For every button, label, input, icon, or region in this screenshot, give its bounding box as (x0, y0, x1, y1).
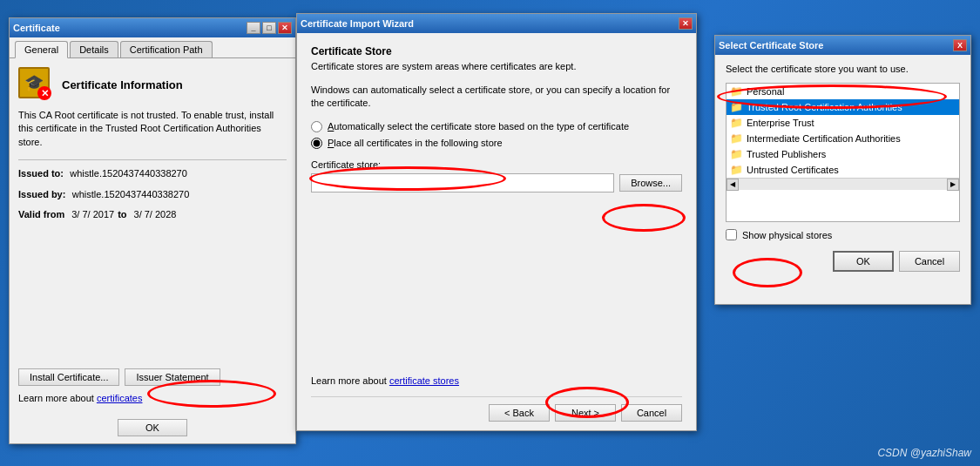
store-item-personal-label: Personal (747, 86, 784, 97)
select-store-desc: Select the certificate store you want to… (726, 64, 960, 74)
folder-icon-enterprise: 📁 (730, 117, 743, 129)
store-item-intermediate-label: Intermediate Certification Authorities (747, 133, 901, 144)
cert-info-header: 🎓 ✕ Certificate Information (18, 67, 287, 102)
scroll-track[interactable] (739, 179, 947, 190)
radio-place-label-rest: lace all certificates in the following s… (334, 138, 502, 148)
store-item-enterprise[interactable]: 📁 Enterprise Trust (727, 115, 959, 131)
import-section-desc: Certificate stores are system areas wher… (311, 61, 682, 71)
tab-certification-path[interactable]: Certification Path (120, 41, 213, 57)
cert-divider-1 (18, 159, 287, 160)
select-store-title: Select Certificate Store (719, 40, 823, 51)
cert-dialog-titlebar: Certificate _ □ ✕ (10, 18, 295, 37)
import-learn-more: Learn more about certificate stores (311, 375, 682, 386)
store-item-untrusted[interactable]: 📁 Untrusted Certificates (727, 162, 959, 178)
desktop-background: Certificate _ □ ✕ General Details Certif… (0, 0, 980, 466)
cert-learn-more-link[interactable]: certificates (97, 393, 143, 403)
radio-place-label: Place all certificates in the following … (328, 138, 503, 148)
certificate-dialog: Certificate _ □ ✕ General Details Certif… (9, 17, 296, 444)
cert-dialog-minimize-button[interactable]: _ (247, 22, 260, 34)
store-item-trusted-publishers[interactable]: 📁 Trusted Publishers (727, 146, 959, 162)
cert-store-textbox[interactable] (311, 173, 614, 192)
import-learn-more-link[interactable]: certificate stores (389, 375, 459, 386)
import-wizard-dialog: Certificate Import Wizard ✕ Certificate … (296, 13, 697, 431)
cert-issued-to-label: Issued to: (18, 168, 64, 179)
store-horizontal-scrollbar[interactable]: ◀ ▶ (727, 178, 959, 190)
import-dialog-titlebar-buttons: ✕ (679, 17, 693, 30)
select-store-close-button[interactable]: X (953, 39, 967, 51)
install-certificate-button[interactable]: Install Certificate... (18, 368, 119, 386)
radio-auto-select[interactable] (311, 121, 322, 132)
cert-valid-from-label: Valid from (18, 209, 64, 219)
radio-auto-label-rest: utomatically select the certificate stor… (334, 121, 629, 132)
store-item-intermediate[interactable]: 📁 Intermediate Certification Authorities (727, 131, 959, 146)
store-item-trusted-root-label: Trusted Root Certification Authorities (747, 102, 902, 112)
cert-valid-to-value: 3/ 7/ 2028 (134, 209, 177, 219)
import-button-row: < Back Next > Cancel (311, 396, 682, 422)
cert-dialog-maximize-button[interactable]: □ (262, 22, 276, 34)
cert-dialog-content: 🎓 ✕ Certificate Information This CA Root… (10, 58, 295, 237)
radio-place-item: Place all certificates in the following … (311, 138, 682, 149)
tab-general[interactable]: General (15, 41, 68, 58)
cert-valid-row: Valid from 3/ 7/ 2017 to 3/ 7/ 2028 (18, 209, 287, 219)
cert-store-label: Certificate store: (311, 159, 682, 170)
store-tree[interactable]: 📁 Personal 📁 Trusted Root Certification … (726, 83, 960, 222)
import-dialog-titlebar: Certificate Import Wizard ✕ (297, 14, 696, 33)
cert-icon-container: 🎓 ✕ (18, 67, 53, 102)
select-store-ok-button[interactable]: OK (833, 251, 894, 272)
cert-issued-to-value: whistle.1520437440338270 (70, 168, 187, 179)
radio-auto-item: Automatically select the certificate sto… (311, 121, 682, 132)
import-section-title: Certificate Store (311, 45, 682, 57)
cert-ok-button[interactable]: OK (118, 419, 187, 436)
scroll-left-btn[interactable]: ◀ (727, 179, 739, 191)
cert-warning-text: This CA Root certificate is not trusted.… (18, 109, 287, 149)
cert-info-title: Certificate Information (62, 78, 183, 91)
cert-dialog-tabs: General Details Certification Path (10, 37, 295, 58)
watermark: CSDN @yazhiShaw (877, 447, 971, 459)
import-dialog-title: Certificate Import Wizard (301, 18, 414, 29)
store-item-untrusted-label: Untrusted Certificates (747, 165, 839, 175)
import-body-desc: Windows can automatically select a certi… (311, 84, 682, 111)
select-store-titlebar-buttons: X (953, 39, 967, 51)
cert-store-radio-group: Automatically select the certificate sto… (311, 121, 682, 149)
tab-details[interactable]: Details (70, 41, 118, 57)
show-physical-stores-label: Show physical stores (742, 230, 832, 240)
cert-bottom-area: Install Certificate... Issuer Statement … (18, 368, 287, 409)
store-item-personal[interactable]: 📁 Personal (727, 84, 959, 99)
cert-valid-from-value: 3/ 7/ 2017 (71, 209, 114, 219)
radio-place-select[interactable] (311, 138, 322, 149)
import-learn-more-prefix: Learn more about (311, 375, 389, 386)
select-store-cancel-button[interactable]: Cancel (899, 251, 960, 272)
cert-learn-more-prefix: Learn more about (18, 393, 97, 403)
folder-icon-personal: 📁 (730, 85, 743, 98)
scroll-right-btn[interactable]: ▶ (947, 179, 959, 191)
cert-dialog-titlebar-buttons: _ □ ✕ (247, 22, 292, 34)
cert-ok-row: OK (10, 419, 295, 436)
import-dialog-footer: Learn more about certificate stores < Ba… (297, 367, 696, 430)
cert-valid-to-label: to (118, 209, 126, 219)
cert-dialog-close-button[interactable]: ✕ (278, 22, 292, 34)
next-button[interactable]: Next > (555, 404, 616, 422)
radio-auto-label: Automatically select the certificate sto… (328, 121, 629, 132)
cert-error-badge: ✕ (37, 86, 51, 100)
show-physical-stores-row: Show physical stores (726, 229, 960, 240)
import-dialog-close-button[interactable]: ✕ (679, 17, 693, 30)
select-store-dialog: Select Certificate Store X Select the ce… (714, 35, 971, 305)
store-item-enterprise-label: Enterprise Trust (747, 118, 814, 128)
select-store-button-row: OK Cancel (726, 251, 960, 272)
show-physical-stores-checkbox[interactable] (726, 229, 737, 240)
store-item-trusted-root[interactable]: 📁 Trusted Root Certification Authorities (727, 99, 959, 115)
folder-icon-trusted-root: 📁 (730, 101, 743, 113)
cert-dialog-title: Certificate (13, 23, 60, 33)
install-cert-area: Install Certificate... Issuer Statement (18, 368, 287, 386)
folder-icon-untrusted: 📁 (730, 164, 743, 176)
folder-icon-intermediate: 📁 (730, 132, 743, 145)
browse-button[interactable]: Browse... (619, 174, 682, 192)
select-store-titlebar: Select Certificate Store X (715, 36, 970, 55)
import-dialog-content: Certificate Store Certificate stores are… (297, 33, 696, 219)
cert-learn-more: Learn more about certificates (18, 393, 287, 403)
cert-issued-by-label: Issued by: (18, 189, 65, 199)
import-cancel-button[interactable]: Cancel (621, 404, 682, 422)
cert-icon: 🎓 ✕ (18, 67, 50, 98)
back-button[interactable]: < Back (489, 404, 550, 422)
issuer-statement-button[interactable]: Issuer Statement (125, 368, 220, 386)
